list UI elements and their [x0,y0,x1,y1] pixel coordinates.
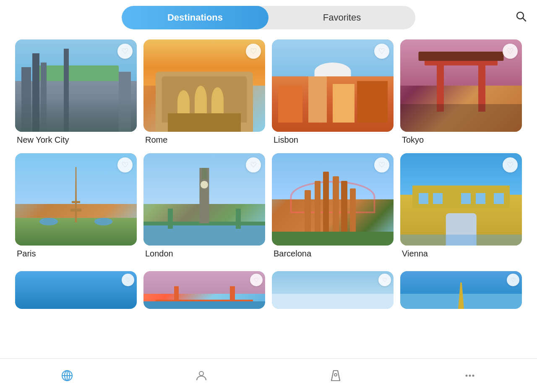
favorite-btn-rome[interactable]: ♡ [246,44,261,59]
svg-point-0 [517,12,524,19]
tab-destinations[interactable]: Destinations [122,6,268,29]
map-icon [328,368,343,383]
favorite-btn-paris[interactable]: ♡ [117,157,133,172]
destinations-grid-partial: ♡ ♡ ♡ [7,267,530,309]
card-label-tokyo: Tokyo [400,132,522,146]
svg-point-10 [334,374,337,376]
destination-card-partial-4[interactable]: ♡ [400,271,522,309]
destination-card-nyc[interactable]: ♡ New York City [15,39,137,146]
card-label-lisbon: Lisbon [272,132,394,146]
search-button[interactable] [515,10,527,25]
destination-card-paris[interactable]: ♡ Paris [15,153,137,260]
favorite-btn-tokyo[interactable]: ♡ [503,44,518,59]
destination-card-london[interactable]: ♡ London [143,153,265,260]
destination-card-barcelona[interactable]: ♡ Barcelona [272,153,394,260]
destination-card-rome[interactable]: ♡ Rome [143,39,265,146]
card-label-nyc: New York City [15,132,137,146]
destination-card-lisbon[interactable]: ♡ Lisbon [272,39,394,146]
card-label-rome: Rome [143,132,265,146]
favorite-btn-partial-2[interactable]: ♡ [250,274,263,286]
destinations-grid: ♡ New York City ♡ Rome [7,35,530,260]
favorite-btn-partial-3[interactable]: ♡ [378,274,391,286]
destination-card-partial-3[interactable]: ♡ [272,271,394,309]
favorite-btn-lisbon[interactable]: ♡ [374,44,389,59]
favorite-btn-nyc[interactable]: ♡ [117,44,133,59]
card-label-vienna: Vienna [400,246,522,260]
favorite-btn-vienna[interactable]: ♡ [503,157,518,172]
bottom-navigation [0,358,537,392]
card-image-partial-2 [143,271,265,309]
more-icon [463,368,477,383]
globe-icon [60,368,74,383]
svg-point-11 [466,374,468,376]
card-image-partial-4 [400,271,522,309]
favorite-btn-partial-1[interactable]: ♡ [122,274,134,286]
nav-item-more[interactable] [403,368,537,383]
search-icon [515,10,527,22]
favorite-btn-partial-4[interactable]: ♡ [507,274,519,286]
destination-card-vienna[interactable]: ♡ Vienna [400,153,522,260]
nav-item-map[interactable] [268,368,403,383]
destination-card-partial-2[interactable]: ♡ [143,271,265,309]
svg-line-9 [338,371,340,381]
svg-point-12 [469,374,471,376]
card-label-london: London [143,246,265,260]
card-label-barcelona: Barcelona [272,246,394,260]
destination-card-tokyo[interactable]: ♡ Tokyo [400,39,522,146]
header: Destinations Favorites [0,0,537,35]
tab-group: Destinations Favorites [122,6,415,29]
favorite-btn-london[interactable]: ♡ [246,157,261,172]
favorite-btn-barcelona[interactable]: ♡ [374,157,389,172]
svg-point-6 [199,371,203,376]
svg-line-1 [523,18,526,21]
card-image-partial-3 [272,271,394,309]
nav-item-destinations[interactable] [0,368,134,383]
destination-card-partial-1[interactable]: ♡ [15,271,137,309]
person-icon [194,368,209,383]
card-label-paris: Paris [15,246,137,260]
tab-favorites[interactable]: Favorites [268,6,415,29]
card-image-partial-1 [15,271,137,309]
nav-item-profile[interactable] [134,368,268,383]
svg-line-8 [331,371,334,381]
svg-point-13 [472,374,474,376]
